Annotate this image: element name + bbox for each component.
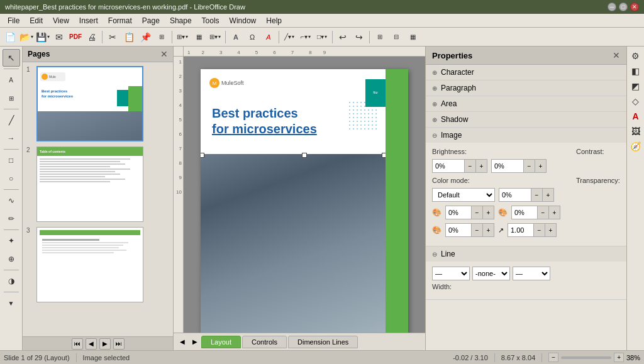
tab-controls[interactable]: Controls <box>242 336 287 348</box>
first-page-button[interactable]: ⏮ <box>72 338 83 350</box>
rt-shape[interactable]: ◇ <box>629 94 643 108</box>
handle-tm[interactable] <box>302 153 307 158</box>
connector-button[interactable]: ⌐▾ <box>298 30 313 45</box>
menu-format[interactable]: Format <box>103 15 137 26</box>
line-section-header[interactable]: ⊖ Line <box>426 246 626 262</box>
transparency-minus[interactable]: − <box>531 189 542 201</box>
fontwork2-button[interactable]: A <box>261 30 276 45</box>
zoom-slider[interactable] <box>561 356 611 359</box>
text-tool[interactable]: A <box>3 71 20 89</box>
paste-button[interactable]: 📌 <box>138 30 153 45</box>
red-plus[interactable]: + <box>482 206 494 219</box>
rt-toggle2[interactable]: ◩ <box>629 79 643 93</box>
insert-image-button[interactable]: ⊞▾ <box>175 30 190 45</box>
page-thumb-2[interactable]: Table of contents <box>36 146 143 222</box>
red-input[interactable] <box>446 206 471 219</box>
curve-tool[interactable]: ∿ <box>3 192 20 209</box>
brightness-plus[interactable]: + <box>475 160 487 172</box>
menu-page[interactable]: Page <box>137 15 165 26</box>
clone-button[interactable]: ⊞ <box>154 30 169 45</box>
colormode-select[interactable]: Default Grayscale Black/White Watermark <box>432 188 495 202</box>
image-section-header[interactable]: ⊖ Image <box>426 128 626 143</box>
contrast-input[interactable] <box>492 160 523 172</box>
rect-tool[interactable]: □ <box>3 152 20 169</box>
page-item-2[interactable]: 2 Table of contents <box>25 145 170 223</box>
zoom-in-button[interactable]: + <box>614 353 624 362</box>
freeform-tool[interactable]: ✏ <box>3 210 20 228</box>
drawing-canvas[interactable]: M MuleSoft fitz <box>184 57 425 333</box>
close-button[interactable]: ✕ <box>630 3 639 11</box>
brightness-minus[interactable]: − <box>464 160 475 172</box>
green-minus[interactable]: − <box>537 206 548 219</box>
open-button[interactable]: 📂 <box>19 30 34 45</box>
select-tool[interactable]: ↖ <box>3 49 20 67</box>
menu-help[interactable]: Help <box>261 15 287 26</box>
group-button[interactable]: ▦ <box>405 30 420 45</box>
new-button[interactable]: 📄 <box>3 30 18 45</box>
fontwork-button[interactable]: A <box>228 30 243 45</box>
next-page-button[interactable]: ▶ <box>99 338 111 350</box>
gallery-button[interactable]: ▦ <box>191 30 206 45</box>
rt-gear[interactable]: ⚙ <box>629 49 643 63</box>
page-thumb-1[interactable]: Mule Best practicesfor microservices <box>36 66 143 141</box>
menu-view[interactable]: View <box>48 15 74 26</box>
blue-minus[interactable]: − <box>471 224 482 236</box>
zoom-out-button[interactable]: − <box>548 353 558 362</box>
save-button[interactable]: 💾 <box>35 30 50 45</box>
rt-toggle1[interactable]: ◧ <box>629 64 643 78</box>
character-section-header[interactable]: ⊕ Character <box>426 65 626 80</box>
menu-edit[interactable]: Edit <box>25 15 48 26</box>
grid-button[interactable]: ⊞ <box>372 30 387 45</box>
menu-window[interactable]: Window <box>225 15 262 26</box>
shapes-button[interactable]: □▾ <box>314 30 330 45</box>
gluepoint-tool[interactable]: ✦ <box>3 232 20 250</box>
table-button[interactable]: ⊞▾ <box>208 30 223 45</box>
table-tool[interactable]: ⊞ <box>3 89 20 107</box>
gamma-input[interactable] <box>508 224 533 236</box>
cut-button[interactable]: ✂ <box>105 30 120 45</box>
handle-tl[interactable] <box>201 153 204 158</box>
line-style-select1[interactable]: — - - ··· <box>432 267 470 280</box>
tab-dimension-lines[interactable]: Dimension Lines <box>288 336 358 348</box>
brightness-input[interactable] <box>433 160 464 172</box>
properties-close[interactable]: ✕ <box>613 50 620 60</box>
pdf-button[interactable]: PDF <box>68 30 83 45</box>
page-item-3[interactable]: 3 <box>25 226 170 304</box>
prev-page-button[interactable]: ◀ <box>86 338 97 350</box>
line-tool[interactable]: ╱ <box>3 111 20 129</box>
area-section-header[interactable]: ⊕ Area <box>426 96 626 111</box>
align-button[interactable]: ⊟ <box>389 30 404 45</box>
transparency-plus[interactable]: + <box>542 189 553 201</box>
tab-layout[interactable]: Layout <box>201 336 241 348</box>
green-plus[interactable]: + <box>548 206 560 219</box>
redo-button[interactable]: ↪ <box>352 30 367 45</box>
transparency-input[interactable] <box>499 189 531 201</box>
contrast-minus[interactable]: − <box>523 160 535 172</box>
arrow-tool[interactable]: → <box>3 130 20 147</box>
minimize-button[interactable]: ─ <box>608 3 616 11</box>
blue-plus[interactable]: + <box>482 224 494 236</box>
line-style-select2[interactable]: — - - <box>513 267 550 280</box>
maximize-button[interactable]: □ <box>619 3 628 11</box>
blue-input[interactable] <box>446 224 471 236</box>
gamma-plus[interactable]: + <box>545 224 556 236</box>
contrast-plus[interactable]: + <box>535 160 546 172</box>
ellipse-tool[interactable]: ○ <box>3 170 20 187</box>
rt-text[interactable]: A <box>629 109 643 123</box>
copy-button[interactable]: 📋 <box>121 30 136 45</box>
line-none-select[interactable]: -none- Arrow <box>472 267 510 280</box>
page-thumb-3[interactable] <box>36 227 143 302</box>
shadow-toggle[interactable]: ◑ <box>3 272 20 290</box>
email-button[interactable]: ✉ <box>52 30 67 45</box>
tab-scroll-left[interactable]: ◀ <box>176 336 189 348</box>
page-item-1[interactable]: 1 Mule Best practicesfor microserv <box>25 65 170 143</box>
slide-canvas[interactable]: M MuleSoft fitz <box>201 69 408 333</box>
last-page-button[interactable]: ⏭ <box>113 338 125 350</box>
tab-scroll-right[interactable]: ▶ <box>189 336 201 348</box>
rt-compass[interactable]: 🧭 <box>629 140 643 153</box>
menu-file[interactable]: File <box>3 15 25 26</box>
snap-tool[interactable]: ⊕ <box>3 250 20 268</box>
pages-panel-close[interactable]: ✕ <box>160 49 168 59</box>
shadow-section-header[interactable]: ⊕ Shadow <box>426 112 626 127</box>
print-button[interactable]: 🖨 <box>84 30 99 45</box>
